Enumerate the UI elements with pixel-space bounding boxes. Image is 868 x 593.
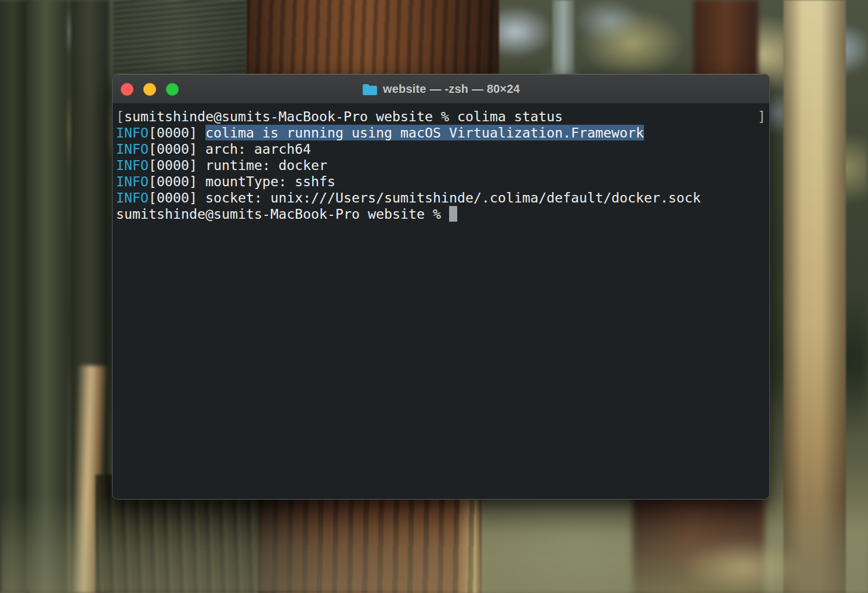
window-title-group: website — -zsh — 80×24 [113, 74, 769, 103]
window-title: website — -zsh — 80×24 [383, 82, 520, 96]
terminal-content[interactable]: [sumitshinde@sumits-MacBook-Pro website … [113, 103, 769, 499]
terminal-text-segment: [0000] [149, 141, 205, 157]
terminal-text-segment: sumitshinde@sumits-MacBook-Pro website %… [124, 109, 563, 124]
terminal-line: INFO[0000] runtime: docker [116, 157, 766, 173]
terminal-text-segment: runtime: docker [205, 157, 327, 173]
terminal-text-segment: socket: unix:///Users/sumitshinde/.colim… [205, 190, 701, 205]
terminal-line: [sumitshinde@sumits-MacBook-Pro website … [116, 109, 766, 125]
terminal-text-segment: sumitshinde@sumits-MacBook-Pro website % [116, 206, 449, 222]
terminal-text-segment: INFO [116, 173, 149, 189]
terminal-text-segment: ] [758, 109, 766, 124]
terminal-line: INFO[0000] mountType: sshfs [116, 173, 766, 190]
terminal-text-segment: INFO [116, 157, 149, 173]
terminal-text-segment: [0000] [149, 190, 205, 205]
terminal-text-segment [563, 109, 758, 124]
terminal-text-segment: arch: aarch64 [205, 141, 311, 157]
terminal-cursor [449, 206, 457, 222]
terminal-line: sumitshinde@sumits-MacBook-Pro website % [116, 206, 766, 222]
terminal-text-segment: INFO [116, 141, 149, 157]
traffic-lights [121, 83, 179, 96]
wallpaper-tree-trunk [552, 0, 574, 81]
close-button[interactable] [121, 83, 133, 96]
terminal-line: INFO[0000] socket: unix:///Users/sumitsh… [116, 190, 766, 206]
terminal-text-segment: [ [116, 109, 124, 124]
terminal-text-segment: [0000] [149, 157, 205, 173]
terminal-text-segment: INFO [116, 190, 149, 205]
terminal-text-segment: [0000] [149, 125, 205, 140]
terminal-line: INFO[0000] colima is running using macOS… [116, 125, 766, 141]
terminal-line: INFO[0000] arch: aarch64 [116, 141, 766, 157]
folder-icon [362, 83, 378, 95]
zoom-button[interactable] [166, 83, 179, 96]
terminal-text-segment: INFO [116, 125, 149, 140]
window-titlebar[interactable]: website — -zsh — 80×24 [113, 74, 769, 104]
terminal-text-segment: colima is running using macOS Virtualiza… [205, 125, 644, 140]
minimize-button[interactable] [143, 83, 156, 96]
terminal-window: website — -zsh — 80×24 [sumitshinde@sumi… [112, 74, 770, 500]
terminal-text-segment: [0000] [149, 173, 205, 189]
terminal-text-segment: mountType: sshfs [205, 173, 335, 189]
wallpaper-sun-glow [656, 522, 830, 593]
